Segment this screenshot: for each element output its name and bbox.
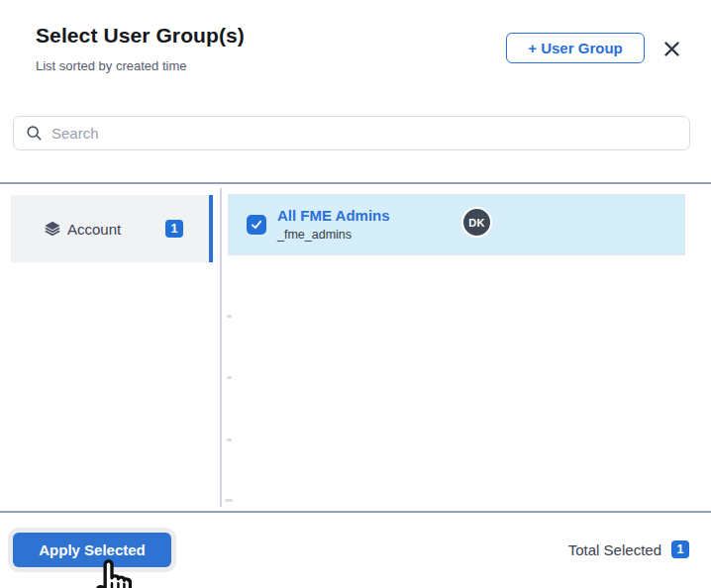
search-input[interactable] <box>51 125 679 142</box>
footer-divider <box>0 511 711 513</box>
list-placeholder-speck <box>225 499 233 502</box>
list-placeholder-speck <box>227 439 232 441</box>
sort-hint-text: List sorted by created time <box>36 58 186 73</box>
panel-divider <box>220 188 222 507</box>
total-selected-group: Total Selected 1 <box>568 540 689 558</box>
group-text-block: All FME Admins _fme_admins <box>277 207 390 243</box>
group-name-link[interactable]: All FME Admins <box>277 207 390 225</box>
sidebar-item-label: Account <box>67 221 121 238</box>
search-icon <box>26 125 43 142</box>
select-user-groups-dialog: Select User Group(s) List sorted by crea… <box>0 0 711 588</box>
active-category-indicator <box>209 195 213 262</box>
apply-selected-button[interactable]: Apply Selected <box>13 533 171 567</box>
owner-avatar: DK <box>461 207 492 238</box>
group-row-all-fme-admins[interactable]: All FME Admins _fme_admins DK <box>228 194 685 255</box>
total-selected-label: Total Selected <box>568 541 661 558</box>
list-placeholder-speck <box>227 376 232 379</box>
sidebar-item-account[interactable]: Account 1 <box>11 195 209 262</box>
account-count-badge: 1 <box>165 220 183 238</box>
search-box <box>13 116 690 150</box>
group-checkbox-checked[interactable] <box>247 215 266 235</box>
list-placeholder-speck <box>227 315 232 318</box>
layers-icon <box>43 219 62 239</box>
total-selected-badge: 1 <box>671 540 689 558</box>
close-button[interactable] <box>660 37 683 60</box>
page-title: Select User Group(s) <box>36 24 245 48</box>
header-divider <box>0 182 711 184</box>
group-id-text: _fme_admins <box>277 227 390 243</box>
close-icon <box>662 40 681 58</box>
add-user-group-button[interactable]: + User Group <box>506 33 645 63</box>
